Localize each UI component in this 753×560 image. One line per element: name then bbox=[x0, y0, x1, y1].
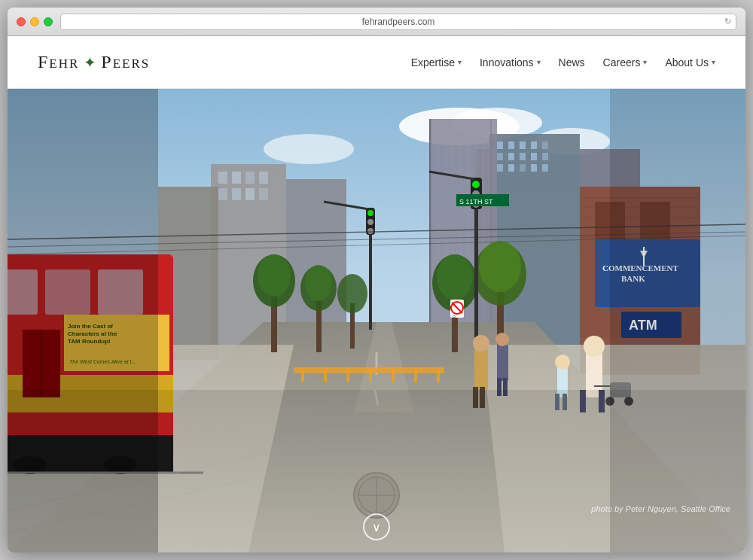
svg-rect-50 bbox=[232, 188, 241, 200]
svg-point-69 bbox=[437, 254, 473, 300]
maximize-button[interactable] bbox=[44, 17, 53, 26]
svg-point-66 bbox=[337, 274, 367, 313]
svg-point-115 bbox=[555, 355, 570, 370]
svg-rect-143 bbox=[414, 367, 417, 382]
svg-rect-51 bbox=[245, 188, 255, 200]
svg-rect-47 bbox=[245, 172, 255, 184]
nav-item-news[interactable]: News bbox=[559, 56, 585, 68]
svg-point-123 bbox=[495, 333, 509, 346]
scroll-down-button[interactable]: ∨ bbox=[363, 513, 390, 540]
site-nav: Expertise ▾ Innovations ▾ News Careers ▾… bbox=[411, 56, 715, 68]
svg-rect-15 bbox=[542, 142, 548, 149]
svg-rect-52 bbox=[259, 188, 268, 200]
svg-rect-21 bbox=[531, 164, 537, 172]
svg-point-119 bbox=[473, 335, 489, 352]
svg-rect-18 bbox=[497, 164, 503, 172]
svg-point-72 bbox=[479, 241, 521, 292]
svg-rect-13 bbox=[520, 153, 526, 160]
hero-section: S 11TH ST Joi bbox=[8, 89, 745, 552]
svg-point-4 bbox=[264, 134, 354, 164]
hero-image: S 11TH ST Joi bbox=[8, 89, 745, 552]
svg-rect-10 bbox=[520, 142, 526, 149]
svg-point-80 bbox=[472, 181, 480, 188]
url-text: fehrandpeers.com bbox=[362, 17, 435, 27]
chevron-down-icon: ▾ bbox=[537, 58, 541, 66]
site-header: Fehr ✦ Peers Expertise ▾ Innovations ▾ N… bbox=[8, 36, 745, 89]
minimize-button[interactable] bbox=[30, 17, 39, 26]
svg-rect-11 bbox=[497, 153, 503, 160]
svg-point-77 bbox=[367, 228, 373, 234]
svg-rect-118 bbox=[474, 348, 488, 390]
photo-credit: photo by Peter Nguyen, Seattle Office bbox=[591, 504, 730, 513]
nav-item-expertise[interactable]: Expertise ▾ bbox=[411, 56, 462, 68]
browser-window: fehrandpeers.com ↻ Fehr ✦ Peers Expertis… bbox=[8, 8, 745, 552]
chevron-down-icon: ▾ bbox=[458, 58, 462, 66]
chevron-down-icon: ∨ bbox=[372, 520, 381, 534]
svg-rect-49 bbox=[218, 188, 227, 200]
street-scene-svg: S 11TH ST Joi bbox=[8, 89, 745, 552]
svg-rect-144 bbox=[437, 367, 440, 382]
svg-rect-45 bbox=[218, 172, 227, 184]
svg-rect-46 bbox=[232, 172, 241, 184]
traffic-lights bbox=[17, 17, 53, 26]
svg-text:R: R bbox=[453, 315, 456, 319]
svg-rect-14 bbox=[531, 142, 537, 149]
site-logo[interactable]: Fehr ✦ Peers bbox=[38, 52, 150, 72]
refresh-icon[interactable]: ↻ bbox=[724, 17, 731, 26]
svg-rect-20 bbox=[520, 164, 526, 172]
svg-rect-140 bbox=[346, 367, 349, 382]
svg-rect-19 bbox=[508, 164, 514, 172]
logo-leaf-icon: ✦ bbox=[84, 53, 96, 72]
nav-item-innovations[interactable]: Innovations ▾ bbox=[480, 56, 541, 68]
nav-item-about-us[interactable]: About Us ▾ bbox=[665, 56, 715, 68]
svg-rect-9 bbox=[508, 142, 514, 149]
svg-rect-139 bbox=[324, 367, 327, 382]
svg-point-61 bbox=[258, 254, 291, 297]
svg-rect-16 bbox=[531, 153, 537, 160]
browser-content: Fehr ✦ Peers Expertise ▾ Innovations ▾ N… bbox=[8, 36, 745, 552]
svg-rect-142 bbox=[392, 367, 395, 382]
svg-point-64 bbox=[305, 265, 332, 301]
svg-rect-8 bbox=[497, 142, 503, 149]
svg-rect-122 bbox=[497, 345, 508, 381]
svg-text:S 11TH ST: S 11TH ST bbox=[459, 198, 493, 205]
chevron-down-icon: ▾ bbox=[712, 58, 715, 66]
svg-rect-138 bbox=[301, 367, 304, 382]
svg-rect-22 bbox=[542, 164, 548, 172]
browser-chrome: fehrandpeers.com ↻ bbox=[8, 8, 745, 36]
nav-item-careers[interactable]: Careers ▾ bbox=[603, 56, 648, 68]
logo-text-before: Fehr bbox=[38, 52, 79, 72]
svg-point-75 bbox=[367, 210, 373, 216]
chevron-down-icon: ▾ bbox=[643, 58, 647, 66]
svg-rect-12 bbox=[508, 153, 514, 160]
address-bar[interactable]: fehrandpeers.com ↻ bbox=[60, 14, 736, 30]
svg-point-76 bbox=[367, 219, 373, 225]
svg-rect-17 bbox=[542, 153, 548, 160]
logo-text-after: Peers bbox=[101, 52, 150, 72]
svg-rect-141 bbox=[369, 367, 372, 382]
svg-point-107 bbox=[584, 336, 605, 357]
close-button[interactable] bbox=[17, 17, 26, 26]
svg-rect-48 bbox=[259, 172, 268, 184]
